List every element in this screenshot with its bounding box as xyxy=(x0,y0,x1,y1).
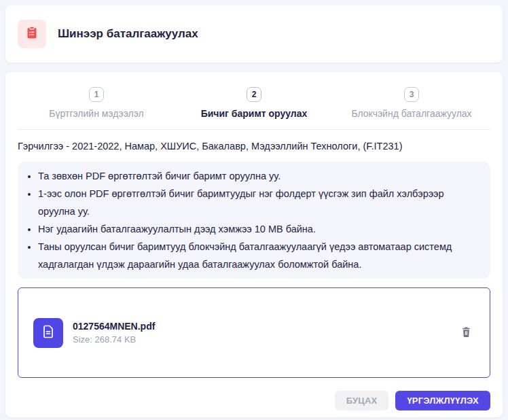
uploaded-file-name: 0127564MNEN.pdf xyxy=(73,321,155,332)
instruction-item: Таны оруулсан бичиг баримтууд блокчэйнд … xyxy=(38,238,474,273)
app-icon-badge xyxy=(18,20,46,48)
main-card: 1 Бүртгэлийн мэдээлэл 2 Бичиг баримт ору… xyxy=(5,72,503,417)
uploaded-file-meta: 0127564MNEN.pdf Size: 268.74 KB xyxy=(73,321,155,345)
instruction-item: Та зөвхөн PDF өргөтгөлтэй бичиг баримт о… xyxy=(38,167,474,185)
instruction-item: 1-ээс олон PDF өргөтгөлтэй бичиг баримту… xyxy=(38,185,474,220)
step-number-badge: 2 xyxy=(247,87,261,102)
clipboard-list-icon xyxy=(25,26,39,42)
certificate-summary-line: Гэрчилгээ - 2021-2022, Намар, ХШУИС, Бак… xyxy=(18,130,490,162)
stepper-step-2-active: 2 Бичиг баримт оруулах xyxy=(175,87,333,129)
header-card: Шинээр баталгаажуулах xyxy=(5,5,503,63)
back-button[interactable]: БУЦАХ xyxy=(335,391,389,410)
wizard-footer: БУЦАХ ҮРГЭЛЖЛҮҮЛЭХ xyxy=(18,391,490,410)
delete-file-button[interactable] xyxy=(458,323,475,343)
file-dropzone[interactable]: 0127564MNEN.pdf Size: 268.74 KB xyxy=(18,287,490,378)
trash-icon xyxy=(460,326,472,340)
page-title: Шинээр баталгаажуулах xyxy=(58,27,198,41)
step-label: Бичиг баримт оруулах xyxy=(175,108,333,119)
upload-instructions-box: Та зөвхөн PDF өргөтгөлтэй бичиг баримт о… xyxy=(18,162,490,279)
instruction-item: Нэг удаагийн баталгаажуулалтын дээд хэмж… xyxy=(38,220,474,238)
continue-button[interactable]: ҮРГЭЛЖЛҮҮЛЭХ xyxy=(395,391,490,410)
step-label: Блокчэйнд баталгаажуулах xyxy=(333,108,490,119)
stepper-step-1: 1 Бүртгэлийн мэдээлэл xyxy=(18,87,175,129)
step-number-badge: 1 xyxy=(89,87,104,102)
uploaded-file-size: Size: 268.74 KB xyxy=(73,334,155,345)
stepper: 1 Бүртгэлийн мэдээлэл 2 Бичиг баримт ору… xyxy=(18,72,490,129)
uploaded-file-icon-badge xyxy=(33,318,63,348)
document-icon xyxy=(40,323,56,343)
stepper-step-3: 3 Блокчэйнд баталгаажуулах xyxy=(333,87,490,129)
step-number-badge: 3 xyxy=(404,87,419,102)
step-label: Бүртгэлийн мэдээлэл xyxy=(18,108,175,119)
instructions-list: Та зөвхөн PDF өргөтгөлтэй бичиг баримт о… xyxy=(18,167,474,273)
